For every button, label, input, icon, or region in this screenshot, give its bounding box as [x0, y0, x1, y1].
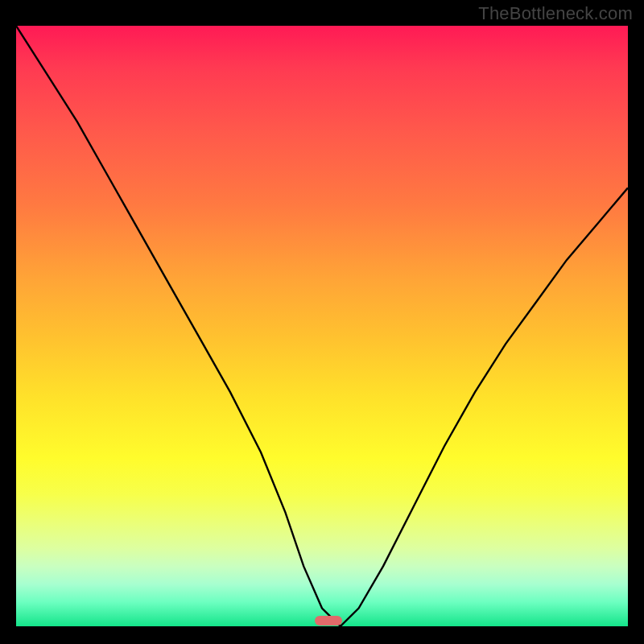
bottleneck-curve: [16, 26, 628, 626]
minimum-marker: [315, 616, 342, 625]
watermark-text: TheBottleneck.com: [478, 3, 633, 24]
curve-path: [16, 26, 628, 626]
chart-frame: TheBottleneck.com: [0, 0, 644, 644]
plot-area: [16, 26, 628, 626]
